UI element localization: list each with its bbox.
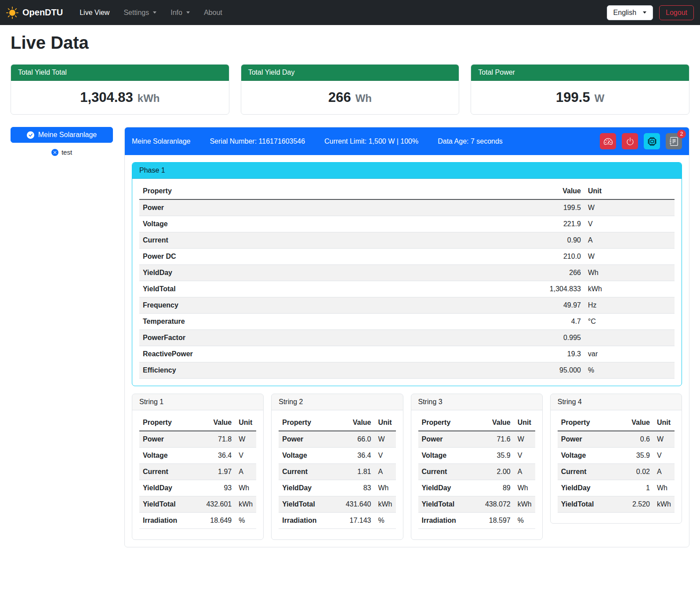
string-table: Property Value Unit Power71.8WVoltage36.… xyxy=(139,415,256,529)
unit-cell: Wh xyxy=(653,480,675,496)
language-select[interactable]: English xyxy=(607,5,653,20)
table-row: Current0.90A xyxy=(139,232,675,249)
unit-cell: Wh xyxy=(514,480,535,496)
string-4-card: String 4 Property Value Unit xyxy=(550,394,682,524)
value-cell: 49.97 xyxy=(450,297,584,314)
property-cell: Power xyxy=(279,431,332,448)
table-row: Irradiation17.143% xyxy=(279,513,395,529)
brand[interactable]: OpenDTU xyxy=(6,7,63,19)
value-cell: 89 xyxy=(472,480,514,496)
unit-cell: % xyxy=(235,513,256,529)
total-yield-total-card: Total Yield Total 1,304.83 kWh xyxy=(11,64,229,115)
property-cell: YieldDay xyxy=(558,480,611,496)
property-cell: Power xyxy=(139,199,450,216)
brand-label: OpenDTU xyxy=(22,7,63,18)
device-settings-button[interactable] xyxy=(644,133,660,149)
unit-cell: W xyxy=(584,249,675,265)
cpu-icon xyxy=(648,137,656,146)
value-cell: 66.0 xyxy=(333,431,375,448)
table-row: Efficiency95.000% xyxy=(139,362,675,379)
inverter-label: Meine Solaranlage xyxy=(38,131,97,139)
unit-cell: W xyxy=(514,431,535,448)
col-unit: Unit xyxy=(514,415,535,431)
string-table: Property Value Unit Power66.0WVoltage36.… xyxy=(279,415,395,529)
table-row: Power199.5W xyxy=(139,199,675,216)
card-value: 199.5 xyxy=(556,90,590,105)
table-row: Power66.0W xyxy=(279,431,395,448)
table-row: ReactivePower19.3var xyxy=(139,346,675,362)
speedometer-icon xyxy=(604,137,613,146)
property-cell: Irradiation xyxy=(418,513,472,529)
string-table: Property Value Unit Power0.6WVoltage35.9… xyxy=(558,415,675,513)
table-row: YieldTotal431.640kWh xyxy=(279,496,395,513)
property-cell: Temperature xyxy=(139,314,450,330)
property-cell: ReactivePower xyxy=(139,346,450,362)
table-row: YieldDay89Wh xyxy=(418,480,535,496)
phase-1-card: Phase 1 Property Value Unit Power199.5WV… xyxy=(132,162,682,386)
unit-cell: kWh xyxy=(653,496,675,513)
inverter-select-meine-solaranlage[interactable]: Meine Solaranlage xyxy=(11,127,113,143)
power-icon xyxy=(626,137,635,146)
string-2-card: String 2 Property Value Unit xyxy=(271,394,403,540)
table-row: YieldTotal438.072kWh xyxy=(418,496,535,513)
string-card-title: String 2 xyxy=(272,394,403,410)
col-value: Value xyxy=(611,415,653,431)
value-cell: 36.4 xyxy=(193,448,235,464)
nav-settings[interactable]: Settings xyxy=(116,5,163,20)
language-select-value: English xyxy=(613,9,636,17)
unit-cell: kWh xyxy=(584,281,675,297)
value-cell: 0.02 xyxy=(611,464,653,480)
inverter-select-test[interactable]: test xyxy=(11,148,113,156)
unit-cell: A xyxy=(375,464,396,480)
unit-cell: kWh xyxy=(514,496,535,513)
value-cell: 221.9 xyxy=(450,216,584,232)
value-cell: 17.143 xyxy=(333,513,375,529)
nav-about[interactable]: About xyxy=(197,5,229,20)
string-card-body: Property Value Unit Power71.6WVoltage35.… xyxy=(411,410,542,539)
value-cell: 199.5 xyxy=(450,199,584,216)
table-row: Voltage36.4V xyxy=(139,448,256,464)
property-cell: YieldTotal xyxy=(418,496,472,513)
table-row: YieldDay1Wh xyxy=(558,480,675,496)
property-cell: Power xyxy=(558,431,611,448)
col-property: Property xyxy=(558,415,611,431)
event-log-button[interactable]: 2 xyxy=(666,133,682,149)
value-cell: 18.649 xyxy=(193,513,235,529)
power-button[interactable] xyxy=(622,133,638,149)
value-cell: 71.8 xyxy=(193,431,235,448)
value-cell: 95.000 xyxy=(450,362,584,379)
col-property: Property xyxy=(279,415,332,431)
table-head: Property Value Unit xyxy=(418,415,535,431)
inverter-panel-body: Phase 1 Property Value Unit Power199.5WV… xyxy=(125,155,689,547)
nav-settings-label: Settings xyxy=(123,9,149,17)
col-value: Value xyxy=(450,183,584,199)
col-value: Value xyxy=(472,415,514,431)
unit-cell: V xyxy=(514,448,535,464)
string-1-card: String 1 Property Value Unit xyxy=(132,394,264,540)
table-row: YieldDay83Wh xyxy=(279,480,395,496)
nav-info[interactable]: Info xyxy=(163,5,197,20)
nav-live-view[interactable]: Live View xyxy=(73,5,116,20)
card-value: 1,304.83 xyxy=(80,90,133,105)
col-unit: Unit xyxy=(653,415,675,431)
data-age: Data Age: 7 seconds xyxy=(438,137,503,145)
string-3-card: String 3 Property Value Unit xyxy=(411,394,543,540)
value-cell: 19.3 xyxy=(450,346,584,362)
chevron-down-icon xyxy=(153,11,156,14)
sun-logo-icon xyxy=(6,7,18,19)
table-row: Voltage35.9V xyxy=(558,448,675,464)
property-cell: YieldDay xyxy=(279,480,332,496)
logout-button[interactable]: Logout xyxy=(659,5,694,20)
col-value: Value xyxy=(193,415,235,431)
limit-settings-button[interactable] xyxy=(600,133,616,149)
inverter-panel: Meine Solaranlage Serial Number: 1161716… xyxy=(124,127,689,547)
card-title: Total Yield Day xyxy=(241,65,459,81)
property-cell: Frequency xyxy=(139,297,450,314)
value-cell: 266 xyxy=(450,265,584,281)
value-cell: 93 xyxy=(193,480,235,496)
string-card-body: Property Value Unit Power66.0WVoltage36.… xyxy=(272,410,403,539)
property-cell: Voltage xyxy=(418,448,472,464)
header-row: Property Value Unit xyxy=(558,415,675,431)
value-cell: 0.90 xyxy=(450,232,584,249)
check-circle-icon xyxy=(27,131,34,139)
